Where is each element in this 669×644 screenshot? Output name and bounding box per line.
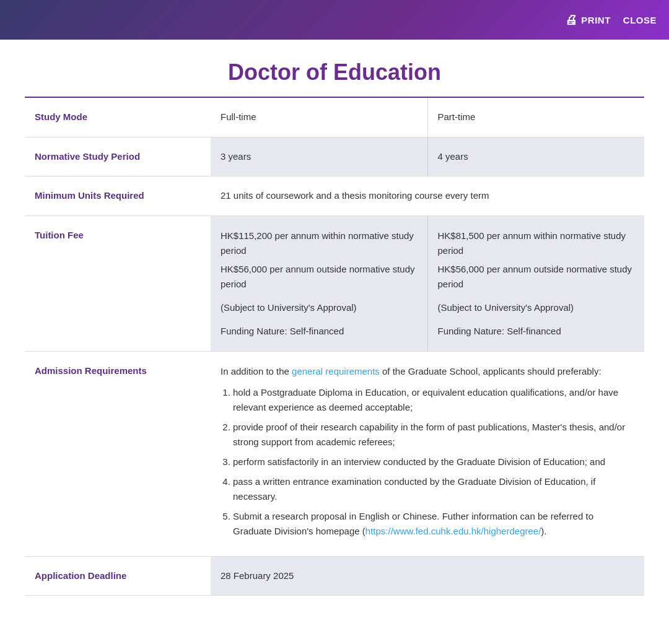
minimum-units-label: Minimum Units Required <box>25 176 211 215</box>
tuition-fee-row: Tuition Fee HK$115,200 per annum within … <box>25 215 644 351</box>
application-deadline-row: Application Deadline 28 February 2025 <box>25 556 644 596</box>
normative-study-period-row: Normative Study Period 3 years 4 years <box>25 137 644 176</box>
admission-item-1: hold a Postgraduate Diploma in Education… <box>233 385 634 415</box>
deadline-value: 28 February 2025 <box>211 557 644 596</box>
page-title: Doctor of Education <box>0 40 669 97</box>
close-button[interactable]: CLOSE <box>623 15 657 25</box>
min-units-inner: Minimum Units Required 21 units of cours… <box>25 176 644 215</box>
tuition-parttime: HK$81,500 per annum within normative stu… <box>428 216 645 351</box>
study-mode-inner: Study Mode Full-time Part-time <box>25 98 644 137</box>
print-icon: 🖨 <box>565 13 578 27</box>
general-requirements-link[interactable]: general requirements <box>292 366 380 376</box>
admission-item-3: perform satisfactorily in an interview c… <box>233 455 634 469</box>
deadline-label: Application Deadline <box>25 557 211 596</box>
study-mode-values: Full-time Part-time <box>211 98 644 137</box>
deadline-inner: Application Deadline 28 February 2025 <box>25 557 644 596</box>
tuition-label: Tuition Fee <box>25 216 211 351</box>
admission-item-5: Submit a research proposal in English or… <box>233 509 634 539</box>
higherdegree-link[interactable]: https://www.fed.cuhk.edu.hk/higherdegree… <box>365 526 541 536</box>
close-label: CLOSE <box>623 15 657 25</box>
admission-inner: Admission Requirements In addition to th… <box>25 352 644 556</box>
admission-item-4: pass a written entrance examination cond… <box>233 474 634 504</box>
admission-content: In addition to the general requirements … <box>211 352 644 556</box>
admission-requirements-row: Admission Requirements In addition to th… <box>25 351 644 556</box>
print-label: PRINT <box>581 15 611 25</box>
info-table-wrap: Study Mode Full-time Part-time Normative… <box>0 98 669 596</box>
admission-item5-suffix: ). <box>541 526 546 536</box>
normative-values: 3 years 4 years <box>211 137 644 176</box>
study-mode-row: Study Mode Full-time Part-time <box>25 98 644 137</box>
tuition-fulltime-line4: Funding Nature: Self-financed <box>221 324 418 339</box>
admission-item-2: provide proof of their research capabili… <box>233 420 634 450</box>
main-table: Study Mode Full-time Part-time Normative… <box>25 98 644 596</box>
tuition-fulltime-line1: HK$115,200 per annum within normative st… <box>221 228 418 258</box>
print-button[interactable]: 🖨 PRINT <box>565 13 611 27</box>
tuition-parttime-line1: HK$81,500 per annum within normative stu… <box>438 228 635 258</box>
tuition-fulltime-line2: HK$56,000 per annum outside normative st… <box>221 262 418 292</box>
study-mode-label: Study Mode <box>25 98 211 137</box>
admission-label: Admission Requirements <box>25 352 211 556</box>
admission-intro-text: In addition to the <box>221 366 289 376</box>
tuition-parttime-line4: Funding Nature: Self-financed <box>438 324 635 339</box>
minimum-units-row: Minimum Units Required 21 units of cours… <box>25 176 644 216</box>
tuition-parttime-line2: HK$56,000 per annum outside normative st… <box>438 262 635 292</box>
study-mode-parttime: Part-time <box>428 98 645 137</box>
normative-label: Normative Study Period <box>25 137 211 176</box>
tuition-fulltime: HK$115,200 per annum within normative st… <box>211 216 428 351</box>
normative-inner: Normative Study Period 3 years 4 years <box>25 137 644 176</box>
minimum-units-value: 21 units of coursework and a thesis moni… <box>211 176 644 215</box>
normative-parttime: 4 years <box>428 137 645 176</box>
tuition-fulltime-line3: (Subject to University's Approval) <box>221 300 418 315</box>
normative-fulltime: 3 years <box>211 137 428 176</box>
admission-intro: In addition to the general requirements … <box>221 364 634 379</box>
tuition-inner: Tuition Fee HK$115,200 per annum within … <box>25 216 644 351</box>
admission-intro2: of the Graduate School, applicants shoul… <box>382 366 601 376</box>
admission-list: hold a Postgraduate Diploma in Education… <box>221 385 634 539</box>
header-bar: 🖨 PRINT CLOSE <box>0 0 669 40</box>
study-mode-fulltime: Full-time <box>211 98 428 137</box>
tuition-parttime-line3: (Subject to University's Approval) <box>438 300 635 315</box>
tuition-values: HK$115,200 per annum within normative st… <box>211 216 644 351</box>
